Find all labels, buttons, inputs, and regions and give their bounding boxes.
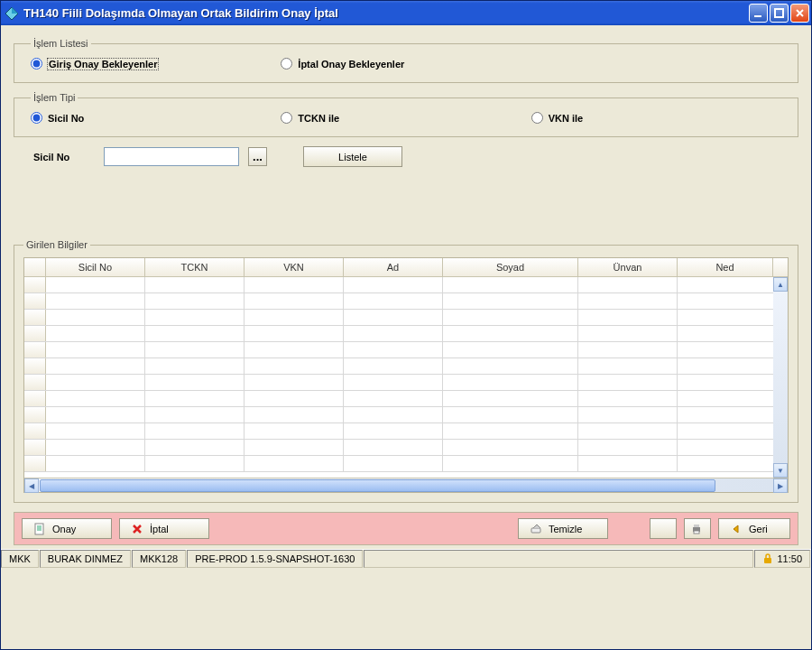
grid-header-scrollgap [773, 258, 788, 276]
document-icon [33, 523, 46, 535]
islem-listesi-legend: İşlem Listesi [31, 38, 91, 49]
svg-rect-8 [694, 531, 699, 534]
col-soyad[interactable]: Soyad [443, 258, 578, 276]
status-seg-fill [364, 550, 753, 568]
radio-iptal-onay[interactable] [281, 58, 292, 70]
status-seg-4: PRE-PROD 1.5.9-SNAPSHOT-1630 [187, 550, 363, 568]
svg-rect-5 [531, 528, 540, 533]
sicil-no-input[interactable] [104, 147, 239, 166]
window-title: TH140 Fiili Dolaşımda Olmayan Ortak Bild… [23, 6, 747, 20]
grid-corner [24, 258, 46, 276]
table-row[interactable] [24, 440, 788, 456]
table-row[interactable] [24, 293, 788, 310]
scroll-down-button[interactable]: ▼ [773, 463, 788, 478]
radio-giris-onay-label[interactable]: Giriş Onay Bekleyenler [48, 59, 158, 70]
table-row[interactable] [24, 407, 788, 423]
search-label: Sicil No [33, 152, 95, 162]
grid-header: Sicil No TCKN VKN Ad Soyad Ünvan Ned [24, 258, 788, 277]
table-row[interactable] [24, 375, 788, 391]
col-ad[interactable]: Ad [344, 258, 443, 276]
status-seg-2: BURAK DINMEZ [40, 550, 131, 568]
vertical-scroll-track[interactable] [773, 292, 788, 463]
table-row[interactable] [24, 310, 788, 326]
radio-sicil-no[interactable] [31, 112, 42, 124]
iptal-label: İptal [150, 524, 169, 534]
islem-tipi-group: İşlem Tipi Sicil No TCKN ile VKN ile [14, 92, 798, 137]
status-seg-3: MKK128 [132, 550, 186, 568]
svg-rect-7 [694, 525, 699, 527]
geri-label: Geri [749, 524, 768, 534]
scroll-up-button[interactable]: ▲ [773, 277, 788, 292]
radio-iptal-onay-label[interactable]: İptal Onay Bekleyenler [298, 59, 404, 70]
radio-tckn-label[interactable]: TCKN ile [298, 113, 339, 124]
girilen-bilgiler-group: Girilen Bilgiler Sicil No TCKN VKN Ad So… [14, 239, 798, 503]
svg-rect-9 [764, 558, 771, 563]
data-grid[interactable]: Sicil No TCKN VKN Ad Soyad Ünvan Ned [23, 257, 789, 493]
onay-button[interactable]: Onay [22, 518, 112, 539]
cancel-icon [131, 523, 143, 535]
table-row[interactable] [24, 456, 788, 472]
onay-label: Onay [52, 524, 76, 534]
minimize-button[interactable] [749, 4, 768, 23]
radio-giris-onay[interactable] [31, 58, 42, 70]
radio-vkn[interactable] [531, 112, 543, 124]
scroll-right-button[interactable]: ▶ [773, 478, 788, 493]
radio-vkn-label[interactable]: VKN ile [549, 113, 584, 124]
col-ned[interactable]: Ned [678, 258, 773, 276]
geri-button[interactable]: Geri [718, 518, 790, 539]
horizontal-scroll-track[interactable] [39, 478, 773, 492]
search-row: Sicil No ... Listele [33, 146, 798, 167]
temizle-label: Temizle [549, 524, 582, 534]
svg-rect-2 [754, 15, 761, 17]
printer-icon [690, 523, 703, 535]
lookup-button[interactable]: ... [248, 147, 267, 166]
eraser-icon [530, 523, 542, 535]
horizontal-scrollbar[interactable]: ◀ ▶ [24, 478, 788, 492]
col-sicil-no[interactable]: Sicil No [46, 258, 145, 276]
maximize-button[interactable] [770, 4, 789, 23]
blank-button[interactable] [650, 518, 677, 539]
action-bar: Onay İptal Temizle Geri [14, 512, 798, 545]
girilen-bilgiler-legend: Girilen Bilgiler [23, 239, 90, 250]
svg-rect-3 [775, 9, 783, 17]
lock-icon [762, 553, 773, 564]
horizontal-scroll-thumb[interactable] [40, 479, 715, 492]
app-icon [5, 6, 19, 21]
table-row[interactable] [24, 342, 788, 358]
radio-tckn[interactable] [281, 112, 292, 124]
status-bar: MKK BURAK DINMEZ MKK128 PRE-PROD 1.5.9-S… [1, 549, 811, 568]
status-seg-1: MKK [1, 550, 39, 568]
svg-rect-4 [35, 524, 43, 534]
col-unvan[interactable]: Ünvan [578, 258, 678, 276]
listele-button[interactable]: Listele [303, 146, 402, 167]
table-row[interactable] [24, 391, 788, 407]
col-vkn[interactable]: VKN [245, 258, 344, 276]
title-bar: TH140 Fiili Dolaşımda Olmayan Ortak Bild… [1, 1, 811, 25]
islem-listesi-group: İşlem Listesi Giriş Onay Bekleyenler İpt… [14, 38, 798, 83]
grid-body: ▲ ▼ [24, 277, 788, 478]
iptal-button[interactable]: İptal [119, 518, 209, 539]
table-row[interactable] [24, 277, 788, 293]
scroll-left-button[interactable]: ◀ [24, 478, 39, 493]
back-arrow-icon [730, 523, 743, 535]
col-tckn[interactable]: TCKN [145, 258, 245, 276]
table-row[interactable] [24, 326, 788, 342]
status-clock: 11:50 [754, 550, 810, 568]
radio-sicil-no-label[interactable]: Sicil No [48, 113, 84, 124]
vertical-scrollbar[interactable]: ▲ ▼ [773, 277, 788, 478]
table-row[interactable] [24, 358, 788, 375]
close-button[interactable] [790, 4, 809, 23]
temizle-button[interactable]: Temizle [518, 518, 608, 539]
print-button[interactable] [684, 518, 711, 539]
islem-tipi-legend: İşlem Tipi [31, 92, 78, 103]
status-time: 11:50 [777, 553, 802, 564]
table-row[interactable] [24, 423, 788, 440]
